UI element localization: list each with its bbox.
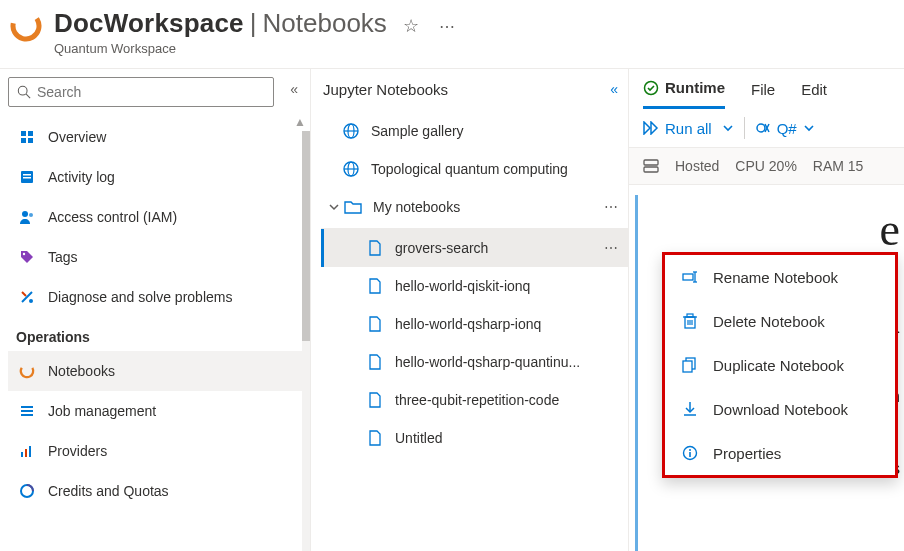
tree-item-topological[interactable]: Topological quantum computing — [321, 150, 628, 188]
access-control-icon — [16, 209, 38, 225]
folder-more-icon[interactable]: ⋯ — [604, 199, 620, 215]
nav-item-label: Credits and Quotas — [48, 483, 169, 499]
page-header: DocWorkspace | Notebooks ☆ ⋯ Quantum Wor… — [0, 0, 904, 68]
check-circle-icon — [643, 80, 659, 96]
info-icon — [679, 445, 701, 461]
nav-scrollbar[interactable] — [302, 131, 310, 551]
globe-icon — [341, 122, 361, 140]
nav-section-operations: Operations — [8, 317, 310, 351]
tree-folder-my-notebooks[interactable]: My notebooks ⋯ — [321, 188, 628, 226]
status-cpu: CPU 20% — [735, 158, 796, 174]
chevron-down-icon — [722, 122, 734, 134]
notebook-item-label: hello-world-qiskit-ionq — [395, 278, 530, 294]
notebook-item-label: hello-world-qsharp-quantinu... — [395, 354, 580, 370]
notebooks-icon — [16, 362, 38, 380]
nav-item-job-management[interactable]: Job management — [8, 391, 310, 431]
favorite-star-icon[interactable]: ☆ — [403, 15, 419, 37]
menu-item-delete[interactable]: Delete Notebook — [665, 299, 895, 343]
search-input[interactable] — [37, 84, 265, 100]
trash-icon — [679, 313, 701, 329]
search-input-wrapper[interactable] — [8, 77, 274, 107]
run-all-button[interactable]: Run all — [643, 120, 712, 137]
rename-icon — [679, 269, 701, 285]
file-icon — [365, 392, 385, 408]
svg-point-43 — [689, 449, 691, 451]
menu-item-label: Delete Notebook — [713, 313, 825, 330]
tree-item-sample-gallery[interactable]: Sample gallery — [321, 112, 628, 150]
menu-item-label: Download Notebook — [713, 401, 848, 418]
notebook-item-label: three-qubit-repetition-code — [395, 392, 559, 408]
overview-icon — [16, 129, 38, 145]
tree-folder-label: My notebooks — [373, 199, 460, 215]
svg-rect-12 — [21, 410, 33, 412]
nav-item-label: Providers — [48, 443, 107, 459]
runtime-status-bar: Hosted CPU 20% RAM 15 — [629, 147, 904, 185]
svg-rect-14 — [21, 452, 23, 457]
doc-heading-fragment: e — [655, 201, 900, 259]
menu-item-properties[interactable]: Properties — [665, 431, 895, 475]
nav-item-label: Notebooks — [48, 363, 115, 379]
collapse-nav-icon[interactable]: « — [290, 81, 298, 97]
svg-point-10 — [19, 363, 36, 380]
notebook-item[interactable]: Untitled — [321, 419, 628, 457]
providers-icon — [16, 443, 38, 459]
tab-label: Runtime — [665, 79, 725, 96]
nav-item-activity-log[interactable]: Activity log — [8, 157, 310, 197]
nav-scrollbar-thumb[interactable] — [302, 131, 310, 341]
nav-item-access-control[interactable]: Access control (IAM) — [8, 197, 310, 237]
tab-runtime[interactable]: Runtime — [643, 79, 725, 109]
notebook-item[interactable]: hello-world-qsharp-quantinu... — [321, 343, 628, 381]
notebook-item-grovers[interactable]: grovers-search ⋯ — [321, 229, 628, 267]
tab-edit[interactable]: Edit — [801, 81, 827, 108]
folder-icon — [343, 199, 363, 215]
tree-item-label: Sample gallery — [371, 123, 464, 139]
svg-point-8 — [23, 253, 25, 255]
brand-logo-icon — [8, 8, 44, 44]
collapse-tree-icon[interactable]: « — [610, 81, 618, 97]
chevron-down-icon[interactable] — [325, 201, 343, 213]
nav-item-providers[interactable]: Providers — [8, 431, 310, 471]
nav-item-notebooks[interactable]: Notebooks — [8, 351, 310, 391]
tab-label: File — [751, 81, 775, 98]
notebook-item[interactable]: hello-world-qiskit-ionq — [321, 267, 628, 305]
nav-item-tags[interactable]: Tags — [8, 237, 310, 277]
run-all-dropdown[interactable] — [722, 122, 734, 134]
tree-item-label: Topological quantum computing — [371, 161, 568, 177]
notebook-item[interactable]: three-qubit-repetition-code — [321, 381, 628, 419]
svg-rect-11 — [21, 406, 33, 408]
chevron-down-icon — [803, 122, 815, 134]
nav-item-diagnose[interactable]: Diagnose and solve problems — [8, 277, 310, 317]
nav-item-overview[interactable]: Overview — [8, 117, 310, 157]
menu-item-download[interactable]: Download Notebook — [665, 387, 895, 431]
job-management-icon — [16, 403, 38, 419]
nav-item-label: Overview — [48, 129, 106, 145]
nav-item-label: Diagnose and solve problems — [48, 289, 232, 305]
diagnose-icon — [16, 289, 38, 305]
nav-item-credits-quotas[interactable]: Credits and Quotas — [8, 471, 310, 511]
menu-item-label: Properties — [713, 445, 781, 462]
cell-indicator — [635, 195, 638, 551]
svg-point-9 — [29, 299, 33, 303]
svg-point-6 — [22, 211, 28, 217]
svg-rect-28 — [683, 274, 693, 280]
language-icon — [755, 120, 771, 136]
notebook-context-menu: Rename Notebook Delete Notebook Duplicat… — [662, 252, 898, 478]
language-selector[interactable]: Q# — [755, 120, 815, 137]
header-more-icon[interactable]: ⋯ — [439, 17, 457, 36]
search-icon — [17, 85, 31, 99]
credits-icon — [16, 483, 38, 499]
notebook-item[interactable]: hello-world-qsharp-ionq — [321, 305, 628, 343]
resource-type-subtitle: Quantum Workspace — [54, 41, 457, 56]
file-icon — [365, 278, 385, 294]
tab-label: Edit — [801, 81, 827, 98]
page-title-section: Notebooks — [263, 8, 387, 39]
menu-item-duplicate[interactable]: Duplicate Notebook — [665, 343, 895, 387]
notebook-more-icon[interactable]: ⋯ — [604, 240, 620, 256]
svg-rect-37 — [687, 314, 693, 317]
file-icon — [365, 354, 385, 370]
scroll-up-icon[interactable]: ▲ — [294, 115, 306, 129]
tab-file[interactable]: File — [751, 81, 775, 108]
server-icon — [643, 159, 659, 173]
menu-item-rename[interactable]: Rename Notebook — [665, 255, 895, 299]
svg-point-0 — [10, 10, 42, 42]
